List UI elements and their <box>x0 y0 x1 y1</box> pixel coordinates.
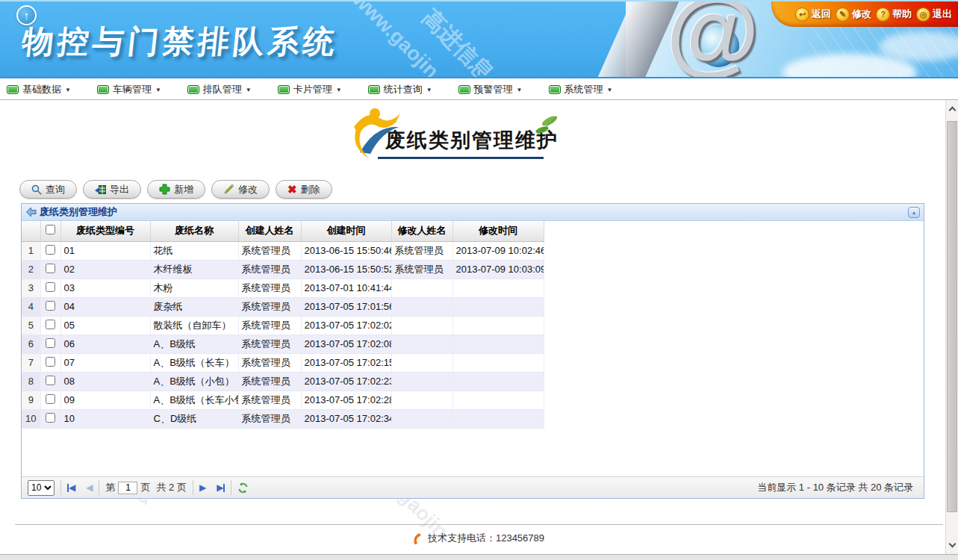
cell-created: 2013-07-05 17:02:34 <box>301 409 391 428</box>
column-header-modified[interactable]: 修改时间 <box>452 221 544 241</box>
cell-creator: 系统管理员 <box>238 241 301 260</box>
cell-creator: 系统管理员 <box>238 316 301 335</box>
last-page-button[interactable]: ▶ <box>217 482 225 493</box>
column-header-created[interactable]: 创建时间 <box>301 221 391 241</box>
separator <box>99 480 99 495</box>
toolbar: 查询 导出 新增 修改 ✖ 删除 <box>19 180 332 199</box>
power-icon: ◎ <box>916 7 930 22</box>
menu-warning-mgmt[interactable]: 预警管理 ▼ <box>458 83 523 96</box>
table-row[interactable]: 606A、B级纸系统管理员2013-07-05 17:02:08 <box>22 335 544 353</box>
cell-modifier <box>391 353 452 372</box>
cell-code: 05 <box>60 316 150 335</box>
column-header-code[interactable]: 废纸类型编号 <box>60 221 150 241</box>
select-all-checkbox[interactable] <box>46 225 55 234</box>
table-row[interactable]: 202木纤维板系统管理员2013-06-15 15:50:52系统管理员2013… <box>22 260 544 279</box>
cell-creator: 系统管理员 <box>238 372 301 391</box>
search-icon <box>31 184 42 195</box>
menu-queue-mgmt[interactable]: 排队管理 ▼ <box>187 83 252 96</box>
menu-system-mgmt[interactable]: 系统管理 ▼ <box>549 83 613 96</box>
cell-rownum: 1 <box>22 241 40 260</box>
row-checkbox[interactable] <box>46 376 55 385</box>
page-title-block: 废纸类别管理维护 <box>351 109 575 169</box>
cell-rownum: 2 <box>22 260 40 279</box>
logout-button-label: 退出 <box>933 7 952 21</box>
row-checkbox[interactable] <box>46 301 55 311</box>
table-row[interactable]: 505散装纸（自卸车）系统管理员2013-07-05 17:02:02 <box>22 316 544 335</box>
column-header-name[interactable]: 废纸名称 <box>150 221 238 241</box>
menu-icon <box>187 85 199 94</box>
plus-icon <box>159 184 170 195</box>
query-button[interactable]: 查询 <box>19 180 77 199</box>
back-button[interactable]: ↩ 返回 <box>795 7 831 22</box>
current-page-input[interactable] <box>118 482 137 494</box>
column-header-creator[interactable]: 创建人姓名 <box>238 221 301 241</box>
table-row[interactable]: 101花纸系统管理员2013-06-15 15:50:46系统管理员2013-0… <box>22 241 544 260</box>
menu-stats-query[interactable]: 统计查询 ▼ <box>368 83 432 96</box>
refresh-button[interactable] <box>237 482 249 494</box>
cell-creator: 系统管理员 <box>238 335 301 353</box>
select-all-header <box>40 221 60 241</box>
menu-basic-data[interactable]: 基础数据 ▼ <box>7 83 71 96</box>
logout-button[interactable]: ◎ 退出 <box>916 7 952 22</box>
row-checkbox[interactable] <box>46 413 55 423</box>
table-row[interactable]: 707A、B级纸（长车）系统管理员2013-07-05 17:02:15 <box>22 353 544 372</box>
menu-icon <box>7 85 19 94</box>
cell-created: 2013-06-15 15:50:52 <box>301 260 391 279</box>
row-checkbox[interactable] <box>46 338 55 348</box>
table-body: 101花纸系统管理员2013-06-15 15:50:46系统管理员2013-0… <box>22 241 544 428</box>
cell-modified <box>452 353 544 372</box>
table-row[interactable]: 404废杂纸系统管理员2013-07-05 17:01:56 <box>22 297 544 316</box>
modify-button-label: 修改 <box>852 7 871 21</box>
at-symbol-decor: @ <box>665 0 758 78</box>
row-checkbox[interactable] <box>46 320 55 329</box>
separator <box>193 480 193 495</box>
cell-created: 2013-07-05 17:02:08 <box>301 335 391 353</box>
cell-modified <box>452 409 544 428</box>
table-row[interactable]: 1010C、D级纸系统管理员2013-07-05 17:02:34 <box>22 409 544 428</box>
menu-icon <box>278 85 290 94</box>
prev-page-button[interactable]: ◀ <box>86 482 93 493</box>
system-title: 物控与门禁排队系统 <box>20 21 340 63</box>
add-button-label: 新增 <box>174 183 193 196</box>
main-menu-bar: 基础数据 ▼ 车辆管理 ▼ 排队管理 ▼ 卡片管理 ▼ 统计查询 ▼ 预警管理 … <box>0 80 958 100</box>
export-button[interactable]: 导出 <box>83 180 141 199</box>
rownum-header <box>22 221 40 241</box>
cell-code: 07 <box>60 353 150 372</box>
row-checkbox[interactable] <box>46 357 55 367</box>
modify-button[interactable]: ✎ 修改 <box>836 7 871 22</box>
row-checkbox[interactable] <box>46 245 55 255</box>
table-row[interactable]: 303木粉系统管理员2013-07-01 10:41:44 <box>22 279 544 297</box>
column-header-modifier[interactable]: 修改人姓名 <box>391 221 452 241</box>
cell-code: 03 <box>60 279 150 297</box>
page-suffix-label: 页 <box>140 481 150 494</box>
page-size-select[interactable]: 10 <box>28 480 55 496</box>
menu-label: 卡片管理 <box>293 83 332 96</box>
row-checkbox[interactable] <box>46 282 55 292</box>
delete-button[interactable]: ✖ 删除 <box>276 180 332 199</box>
scroll-up-icon[interactable] <box>949 107 957 114</box>
table-row[interactable]: 909A、B级纸（长车小包）系统管理员2013-07-05 17:02:28 <box>22 391 544 409</box>
data-panel: 废纸类别管理维护 ▲ 废纸类型编号 废纸名称 创建人姓名 创建时间 修改人姓名 … <box>21 203 924 499</box>
vertical-scrollbar[interactable] <box>945 100 958 554</box>
export-button-label: 导出 <box>110 183 129 196</box>
row-checkbox[interactable] <box>46 394 55 404</box>
menu-card-mgmt[interactable]: 卡片管理 ▼ <box>278 83 342 96</box>
edit-button[interactable]: 修改 <box>211 180 270 199</box>
table-row[interactable]: 808A、B级纸（小包）系统管理员2013-07-05 17:02:23 <box>22 372 544 391</box>
chevron-down-icon: ▼ <box>246 87 252 93</box>
left-arrow-icon <box>25 207 37 217</box>
cell-created: 2013-07-05 17:02:02 <box>301 316 391 335</box>
scrollbar-thumb[interactable] <box>947 121 957 512</box>
help-button[interactable]: ? 帮助 <box>876 7 912 22</box>
watermark: www.gaojin <box>348 0 443 78</box>
menu-vehicle-mgmt[interactable]: 车辆管理 ▼ <box>97 83 161 96</box>
cell-name: 木粉 <box>150 279 238 297</box>
add-button[interactable]: 新增 <box>147 180 205 199</box>
row-checkbox[interactable] <box>46 264 55 273</box>
collapse-panel-button[interactable]: ▲ <box>908 207 920 218</box>
next-page-button[interactable]: ▶ <box>199 482 206 493</box>
scroll-down-icon[interactable] <box>949 541 957 548</box>
cell-creator: 系统管理员 <box>238 409 301 428</box>
first-page-button[interactable]: ◀ <box>67 482 75 493</box>
watermark: 高进信息 <box>415 3 500 78</box>
